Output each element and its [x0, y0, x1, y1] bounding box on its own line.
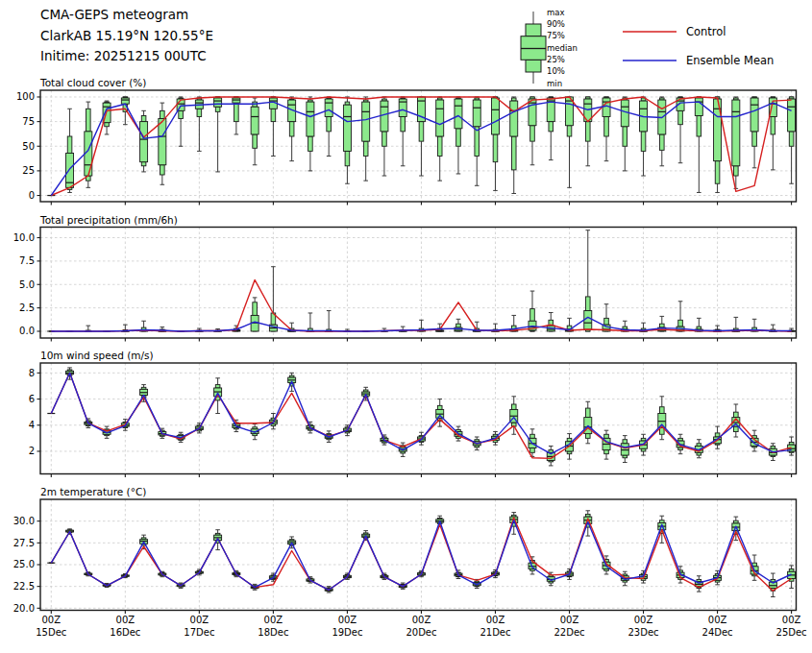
- y-tick-label: 5.0: [19, 279, 35, 290]
- x-tick-hour-label: 00Z: [560, 615, 579, 625]
- y-tick-label: 2.5: [19, 302, 35, 313]
- legend-boxplot-glyph: [521, 12, 546, 84]
- legend-box-label-10: 10%: [547, 66, 565, 77]
- y-tick-label: 100: [16, 91, 35, 102]
- y-tick-label: 22.5: [13, 581, 35, 592]
- panel-title-precipitation: Total precipitation (mm/6h): [40, 214, 178, 226]
- x-tick-hour-label: 00Z: [708, 615, 727, 625]
- y-tick-label: 20.0: [13, 603, 35, 614]
- x-tick-date-label: 24Dec: [702, 627, 733, 638]
- panel-2m-temperature-c: 20.022.525.027.530.000Z15Dec00Z16Dec00Z1…: [13, 499, 807, 638]
- x-tick-date-label: 22Dec: [554, 627, 584, 638]
- y-tick-label: 2: [29, 446, 35, 456]
- panel-10m-wind-speed-m-s: 2468: [29, 363, 797, 477]
- y-tick-label: 8: [29, 368, 35, 378]
- panel-total-precipitation-mm-6h: 0.02.55.07.510.0: [13, 228, 797, 342]
- station-location: ClarkAB 15.19°N 120.55°E: [40, 26, 213, 47]
- y-tick-label: 4: [29, 420, 35, 430]
- y-tick-label: 50: [22, 141, 35, 152]
- meteogram-figure: 02550751000.02.55.07.510.0246820.022.525…: [0, 0, 812, 653]
- x-tick-hour-label: 00Z: [412, 615, 431, 625]
- figure-header: CMA-GEPS meteogram ClarkAB 15.19°N 120.5…: [40, 5, 213, 67]
- init-time: Initime: 20251215 00UTC: [40, 46, 213, 67]
- x-tick-date-label: 25Dec: [776, 627, 807, 638]
- x-tick-hour-label: 00Z: [338, 615, 357, 625]
- y-tick-label: 0: [29, 190, 35, 201]
- x-tick-date-label: 20Dec: [406, 627, 436, 638]
- y-tick-label: 10.0: [13, 232, 35, 243]
- legend-ensemble-label: Ensemble Mean: [686, 54, 774, 67]
- legend-box-label-min: min: [547, 79, 562, 89]
- x-tick-date-label: 16Dec: [110, 627, 140, 638]
- panel-title-wind-speed: 10m wind speed (m/s): [40, 350, 154, 361]
- y-tick-label: 30.0: [13, 516, 35, 526]
- meteogram-canvas: 02550751000.02.55.07.510.0246820.022.525…: [0, 0, 812, 653]
- panel-total-cloud-cover: 0255075100: [16, 90, 797, 206]
- x-tick-hour-label: 00Z: [782, 615, 801, 625]
- y-tick-label: 25.0: [13, 559, 35, 569]
- x-tick-date-label: 17Dec: [184, 627, 214, 638]
- x-tick-date-label: 23Dec: [628, 627, 659, 638]
- x-tick-date-label: 19Dec: [332, 627, 362, 638]
- x-tick-hour-label: 00Z: [264, 615, 283, 625]
- panel-title-temperature: 2m temperature (°C): [40, 486, 146, 497]
- x-tick-date-label: 18Dec: [258, 627, 288, 638]
- y-tick-label: 27.5: [13, 538, 35, 548]
- y-tick-label: 6: [29, 394, 35, 404]
- legend-box-label-75: 75%: [547, 31, 565, 41]
- x-tick-hour-label: 00Z: [634, 615, 653, 625]
- x-tick-date-label: 15Dec: [36, 627, 66, 638]
- legend-box-label-90: 90%: [547, 19, 565, 30]
- y-tick-label: 7.5: [19, 255, 35, 266]
- y-tick-label: 0.0: [19, 326, 35, 336]
- y-tick-label: 25: [22, 165, 35, 176]
- x-tick-hour-label: 00Z: [190, 615, 209, 625]
- figure-title: CMA-GEPS meteogram: [40, 5, 213, 26]
- legend-box-label-25: 25%: [547, 55, 565, 65]
- legend-box-label-median: median: [547, 43, 578, 54]
- x-tick-hour-label: 00Z: [116, 615, 135, 625]
- panel-title-cloud-cover: Total cloud cover (%): [40, 77, 146, 88]
- x-tick-hour-label: 00Z: [42, 615, 62, 625]
- y-tick-label: 75: [22, 116, 35, 127]
- x-tick-hour-label: 00Z: [486, 615, 505, 625]
- x-tick-date-label: 21Dec: [480, 627, 510, 638]
- box-whisker-series: [47, 97, 795, 196]
- legend-control-label: Control: [686, 25, 726, 38]
- legend-box-label-max: max: [547, 8, 565, 18]
